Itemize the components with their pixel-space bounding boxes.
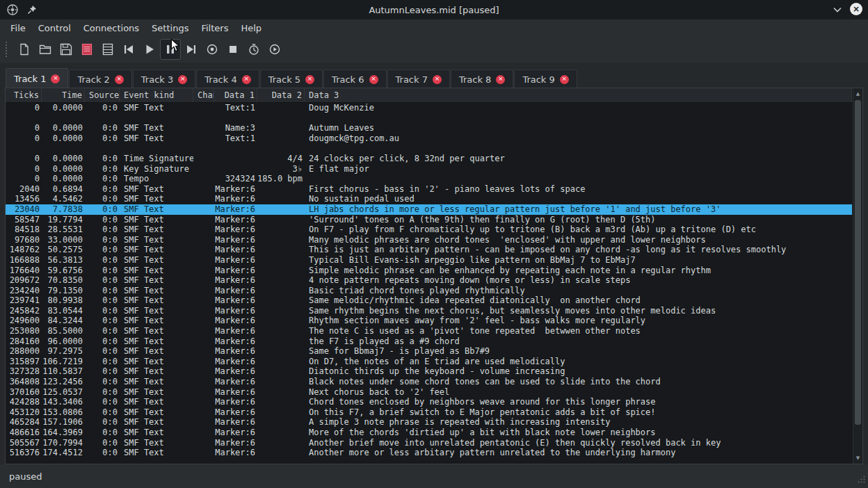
track-list-icon bbox=[101, 42, 115, 56]
tab-close-icon[interactable]: × bbox=[305, 75, 314, 84]
menu-help[interactable]: Help bbox=[234, 21, 268, 35]
table-row[interactable]: 364808123.24560:0SMF TextMarker:6Black n… bbox=[6, 377, 852, 387]
event-window-button[interactable] bbox=[77, 39, 97, 60]
title-bar[interactable]: AutumnLeaves.mid [paused] × bbox=[0, 0, 868, 19]
resize-grip[interactable] bbox=[857, 475, 866, 486]
pause-button[interactable] bbox=[160, 39, 181, 60]
column-header-event-kind[interactable]: Event kind bbox=[120, 88, 193, 102]
table-row[interactable] bbox=[6, 113, 852, 124]
table-row[interactable]: 465284157.19060:0SMF TextMarker:6A simpl… bbox=[6, 417, 852, 428]
tab-track-5[interactable]: Track 5× bbox=[260, 70, 323, 88]
vertical-scrollbar[interactable]: ▲ ▼ bbox=[853, 88, 862, 464]
table-row[interactable]: 28416096.00000:0SMF TextMarker:6the F7 i… bbox=[6, 336, 852, 347]
tab-close-icon[interactable]: × bbox=[560, 75, 569, 84]
shade-chevron-icon[interactable] bbox=[830, 3, 844, 17]
table-row[interactable]: 00.00000:0SMF TextText:1dougmck@tpg.com.… bbox=[6, 133, 852, 144]
tab-track-7[interactable]: Track 7× bbox=[387, 70, 450, 88]
tab-track-9[interactable]: Track 9× bbox=[514, 70, 577, 88]
cell: SMF Text bbox=[120, 387, 193, 398]
tab-close-icon[interactable]: × bbox=[369, 75, 378, 84]
menu-filters[interactable]: Filters bbox=[195, 21, 234, 35]
cell: 0:0 bbox=[85, 164, 120, 174]
scrollbar-thumb[interactable] bbox=[855, 100, 861, 425]
save-button[interactable] bbox=[56, 39, 77, 60]
column-header-data-3[interactable]: Data 3 bbox=[305, 88, 852, 102]
table-row[interactable]: 5854719.77940:0SMF TextMarker:6'Surround… bbox=[6, 215, 852, 225]
new-file-button[interactable] bbox=[14, 39, 35, 60]
table-row[interactable]: 8451828.55310:0SMF TextMarker:6On F7 - p… bbox=[6, 225, 852, 235]
record-button[interactable] bbox=[202, 39, 223, 60]
table-row[interactable]: 230407.78380:0SMF TextMarker:6LH jabs ch… bbox=[6, 204, 852, 215]
table-row[interactable]: 516376174.45120:0SMF TextMarker:6Another… bbox=[6, 448, 852, 458]
menu-settings[interactable]: Settings bbox=[145, 21, 195, 35]
table-row[interactable]: 370160125.05370:0SMF TextMarker:6Next ch… bbox=[6, 387, 852, 398]
table-row[interactable]: 9768033.00000:0SMF TextMarker:6Many melo… bbox=[6, 235, 852, 245]
open-file-button[interactable] bbox=[35, 39, 56, 60]
tab-close-icon[interactable]: × bbox=[115, 75, 124, 84]
tab-close-icon[interactable]: × bbox=[242, 75, 251, 84]
table-row[interactable]: 17664059.67560:0SMF TextMarker:6Simple m… bbox=[6, 266, 852, 276]
column-header-source[interactable]: Source bbox=[85, 88, 120, 102]
tab-close-icon[interactable]: × bbox=[433, 75, 442, 84]
menu-connections[interactable]: Connections bbox=[77, 21, 145, 35]
table-row[interactable]: 23424079.13500:0SMF TextMarker:6Basic tr… bbox=[6, 286, 852, 296]
toolbar-handle[interactable] bbox=[6, 42, 10, 57]
column-header-data-1[interactable]: Data 1 bbox=[214, 88, 257, 102]
cell: 106.7219 bbox=[42, 357, 85, 367]
table-row[interactable]: 16688856.38130:0SMF TextMarker:6Typical … bbox=[6, 255, 852, 266]
skip-start-button[interactable] bbox=[118, 39, 139, 60]
menu-file[interactable]: File bbox=[4, 21, 32, 35]
menu-control[interactable]: Control bbox=[32, 21, 77, 35]
table-row[interactable]: 00.00000:0Time Signature4/424 clocks per… bbox=[6, 154, 852, 164]
table-row[interactable] bbox=[6, 143, 852, 154]
tab-track-8[interactable]: Track 8× bbox=[451, 70, 513, 88]
pin-icon[interactable] bbox=[25, 3, 39, 17]
table-row[interactable]: 315897106.72190:0SMF TextMarker:6On D7, … bbox=[6, 357, 852, 367]
table-row[interactable]: 424288143.34060:0SMF TextMarker:6Chord t… bbox=[6, 397, 852, 407]
table-row[interactable]: 23974180.99380:0SMF TextMarker:6Same mel… bbox=[6, 295, 852, 306]
table-row[interactable]: 28800097.29750:0SMF TextMarker:6Same for… bbox=[6, 346, 852, 357]
app-icon[interactable] bbox=[6, 3, 19, 17]
column-header-chan[interactable]: Chan bbox=[193, 88, 214, 102]
table-row[interactable]: 453120153.08060:0SMF TextMarker:6On this… bbox=[6, 407, 852, 418]
scroll-up-icon[interactable]: ▲ bbox=[853, 89, 862, 99]
timer-icon bbox=[247, 42, 261, 56]
close-icon[interactable]: × bbox=[850, 3, 862, 15]
cell: Marker:6 bbox=[214, 357, 257, 367]
table-row[interactable]: 505567170.79940:0SMF TextMarker:6Another… bbox=[6, 438, 852, 448]
cell: Simple melodic phrase can be enhanced by… bbox=[305, 266, 852, 276]
tab-close-icon[interactable]: × bbox=[178, 75, 187, 84]
table-row[interactable]: 486616164.39690:0SMF TextMarker:6More of… bbox=[6, 428, 852, 438]
timer-button[interactable] bbox=[243, 39, 264, 60]
table-row[interactable]: 327328110.58370:0SMF TextMarker:6Diatoni… bbox=[6, 366, 852, 377]
stop-button[interactable] bbox=[223, 39, 243, 60]
skip-end-button[interactable] bbox=[181, 39, 202, 60]
column-header-time[interactable]: Time bbox=[42, 88, 85, 102]
table-row[interactable]: 00.00000:0SMF TextName:3Autumn Leaves bbox=[6, 123, 852, 133]
table-row[interactable]: 24584283.05440:0SMF TextMarker:6Same rhy… bbox=[6, 306, 852, 316]
tab-close-icon[interactable]: × bbox=[51, 74, 60, 83]
tab-close-icon[interactable]: × bbox=[496, 75, 505, 84]
loop-play-button[interactable] bbox=[264, 39, 285, 60]
scroll-down-icon[interactable]: ▼ bbox=[853, 453, 862, 463]
table-row[interactable]: 20400.68940:0SMF TextMarker:6First choru… bbox=[6, 184, 852, 195]
column-header-ticks[interactable]: Ticks bbox=[6, 88, 42, 102]
table-row[interactable]: 25308085.50000:0SMF TextMarker:6The note… bbox=[6, 326, 852, 336]
cell bbox=[193, 448, 214, 458]
table-row[interactable]: 14876250.25750:0SMF TextMarker:6This is … bbox=[6, 245, 852, 255]
tab-track-4[interactable]: Track 4× bbox=[196, 70, 259, 88]
table-row[interactable]: 00.00000:0SMF TextText:1Doug McKenzie bbox=[6, 103, 852, 113]
tab-track-1[interactable]: Track 1× bbox=[6, 68, 68, 88]
column-header-data-2[interactable]: Data 2 bbox=[257, 88, 305, 102]
table-row[interactable]: 24960084.32440:0SMF TextMarker:6Rhythm s… bbox=[6, 316, 852, 326]
table-row[interactable]: 20967270.83500:0SMF TextMarker:64 note p… bbox=[6, 275, 852, 286]
track-view-button[interactable] bbox=[97, 39, 118, 60]
table-row[interactable]: 00.00000:0Key Signature3♭E flat major bbox=[6, 164, 852, 174]
table-row[interactable]: 00.00000:0Tempo324324185.0 bpm bbox=[6, 174, 852, 184]
table-row[interactable]: 134564.54620:0SMF TextMarker:6No sustain… bbox=[6, 194, 852, 204]
play-button[interactable] bbox=[139, 39, 160, 60]
cell bbox=[193, 255, 214, 266]
tab-track-6[interactable]: Track 6× bbox=[323, 70, 386, 88]
tab-track-2[interactable]: Track 2× bbox=[69, 70, 131, 88]
tab-track-3[interactable]: Track 3× bbox=[133, 70, 195, 88]
